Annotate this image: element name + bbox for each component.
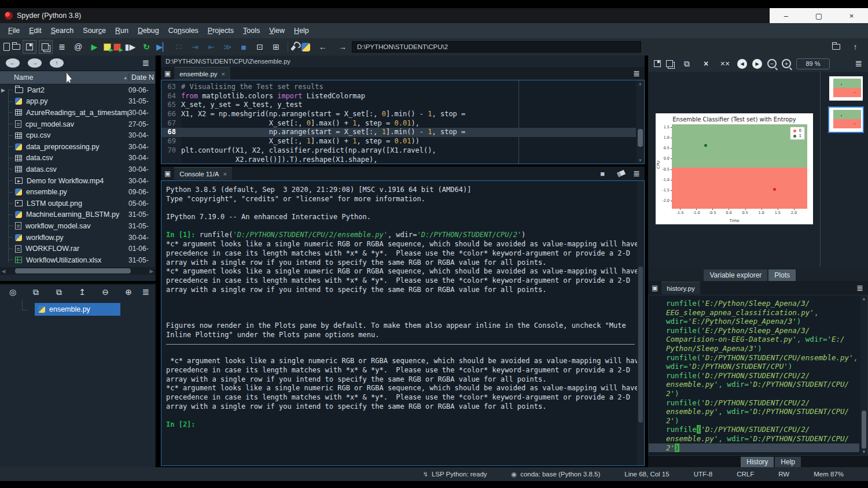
expand-all-icon[interactable]: ⊕: [122, 285, 135, 299]
menu-file[interactable]: File: [3, 24, 24, 37]
parent-directory-icon[interactable]: ↑: [848, 40, 862, 54]
zoom-out-icon[interactable]: −: [767, 59, 777, 68]
copy-plot-icon[interactable]: ⧉: [680, 57, 694, 71]
menu-projects[interactable]: Projects: [203, 24, 238, 37]
scroll-up-icon[interactable]: ▲: [860, 296, 867, 301]
file-row[interactable]: cpu.csv30-04-: [0, 130, 155, 141]
restore-button[interactable]: ▢: [807, 12, 830, 20]
file-row[interactable]: WorkflowUtilization.xlsx31-05-: [0, 254, 155, 266]
file-row[interactable]: data_preprocessing.py30-04-: [0, 141, 155, 153]
file-switcher-icon[interactable]: ≣: [55, 40, 69, 54]
plot-thumbnail-1[interactable]: [829, 76, 863, 101]
files-horizontal-scrollbar[interactable]: ◀ ▶: [0, 267, 155, 275]
editor-options-menu-icon[interactable]: ≣: [633, 69, 640, 78]
new-file-icon[interactable]: [3, 43, 10, 51]
editor-scrollbar[interactable]: ▲ ▼: [637, 80, 644, 164]
close-tab-icon[interactable]: ×: [222, 71, 225, 77]
scrollbar-thumb[interactable]: [862, 411, 866, 449]
expander-icon[interactable]: ▶: [1, 87, 5, 93]
tab-console-11a[interactable]: Console 11/A ×: [174, 167, 232, 180]
run-cell-advance-icon[interactable]: [113, 43, 121, 51]
duplicate-icon[interactable]: ⧉: [52, 285, 66, 299]
open-directory-icon[interactable]: [832, 44, 840, 50]
outline-item-ensemble[interactable]: ensemble.py: [35, 303, 120, 316]
history-options-menu-icon[interactable]: ≣: [856, 283, 863, 293]
new-window-icon[interactable]: ⊡: [253, 40, 267, 54]
back-icon[interactable]: ←: [316, 40, 330, 54]
file-row[interactable]: ensemble.py09-06-: [0, 186, 155, 198]
plots-options-menu-icon[interactable]: ≣: [855, 58, 862, 69]
remove-plot-icon[interactable]: ×: [699, 57, 713, 71]
tab-plots[interactable]: Plots: [768, 269, 796, 281]
menu-debug[interactable]: Debug: [133, 24, 164, 37]
save-all-plots-icon[interactable]: [666, 60, 673, 67]
debug-file-icon[interactable]: ▶▏: [156, 40, 170, 54]
next-folder-icon[interactable]: →: [28, 58, 42, 68]
close-button[interactable]: ×: [840, 12, 863, 20]
go-up-icon[interactable]: ↥: [75, 285, 89, 299]
file-row[interactable]: data.csv30-04-: [0, 153, 155, 164]
tab-history[interactable]: History: [741, 457, 774, 467]
go-to-cursor-icon[interactable]: ◎: [6, 285, 20, 299]
console-scrollbar[interactable]: [637, 181, 644, 465]
history-scrollbar[interactable]: ▲ ▼: [860, 295, 867, 455]
menu-help[interactable]: Help: [289, 24, 314, 37]
step-return-icon[interactable]: ⇤: [204, 40, 218, 54]
zoom-in-icon[interactable]: +: [782, 59, 791, 68]
file-row[interactable]: ▶Part209-06-: [0, 84, 155, 96]
scroll-right-icon[interactable]: ▶: [148, 268, 155, 274]
stop-debug-icon[interactable]: ■: [237, 40, 251, 54]
console-body[interactable]: Python 3.8.5 (default, Sep 3 2020, 21:29…: [161, 180, 645, 466]
file-row[interactable]: ▶Demo for Workflow.mp430-04-: [0, 175, 155, 187]
menu-view[interactable]: View: [264, 24, 289, 37]
menu-edit[interactable]: Edit: [24, 24, 46, 37]
working-directory-input[interactable]: [352, 41, 641, 53]
tab-ensemble-py[interactable]: ensemble.py ×: [174, 67, 230, 80]
step-into-icon[interactable]: ⇥: [188, 40, 202, 54]
collapse-all-icon[interactable]: ⊖: [98, 285, 112, 299]
column-header-name[interactable]: Name: [0, 73, 124, 82]
run-selection-icon[interactable]: ▮▶: [123, 40, 137, 54]
file-row[interactable]: LSTM output.png05-06-: [0, 198, 155, 209]
outline-options-menu-icon[interactable]: ≣: [142, 287, 149, 297]
tab-help[interactable]: Help: [775, 457, 801, 467]
preferences-wrench-icon[interactable]: [290, 43, 298, 51]
menu-source[interactable]: Source: [78, 24, 111, 37]
copy-icon[interactable]: ⧉: [29, 285, 43, 299]
file-row[interactable]: WORKFLOW.rar01-06-: [0, 243, 155, 254]
python-env-icon[interactable]: [301, 43, 310, 51]
scroll-up-icon[interactable]: ▲: [637, 81, 644, 86]
menu-run[interactable]: Run: [111, 24, 133, 37]
file-row[interactable]: cpu_model.sav27-05-: [0, 119, 155, 130]
restart-kernel-icon[interactable]: ↻: [139, 40, 153, 54]
parent-folder-icon[interactable]: ↑: [50, 58, 64, 68]
clear-console-icon[interactable]: [617, 170, 626, 178]
console-options-menu-icon[interactable]: ≣: [633, 169, 640, 178]
menu-search[interactable]: Search: [46, 24, 79, 37]
file-row[interactable]: datas.csv30-04-: [0, 164, 155, 175]
save-all-icon[interactable]: [39, 40, 53, 54]
tab-variable-explorer[interactable]: Variable explorer: [704, 269, 767, 281]
scroll-down-icon[interactable]: ▼: [637, 158, 644, 163]
file-row[interactable]: MachineLearning_BLSTM.py31-05-: [0, 209, 155, 221]
scroll-left-icon[interactable]: ◀: [0, 268, 7, 274]
menu-consoles[interactable]: Consoles: [164, 24, 203, 37]
save-plot-icon[interactable]: [654, 60, 661, 67]
browse-tabs-icon[interactable]: ▣: [164, 169, 171, 178]
step-over-icon[interactable]: ∷: [172, 40, 186, 54]
run-cell-icon[interactable]: [104, 43, 111, 51]
scroll-down-icon[interactable]: ▼: [860, 449, 867, 454]
open-file-icon[interactable]: [12, 44, 20, 50]
previous-folder-icon[interactable]: ←: [6, 58, 20, 68]
close-tab-icon[interactable]: ×: [223, 171, 227, 178]
run-file-icon[interactable]: ▶: [87, 40, 101, 54]
scrollbar-thumb[interactable]: [638, 129, 643, 147]
scrollbar-thumb[interactable]: [15, 268, 131, 273]
maximize-pane-icon[interactable]: ⊞: [269, 40, 283, 54]
history-log[interactable]: runfile('E:/Python/Sleep_Apena/3/EEG_sle…: [648, 295, 868, 456]
save-file-icon[interactable]: [23, 40, 36, 54]
plot-zoom-level[interactable]: 89 %: [796, 58, 830, 69]
forward-icon[interactable]: →: [336, 40, 350, 54]
remove-all-plots-icon[interactable]: ××: [718, 57, 732, 71]
interrupt-kernel-icon[interactable]: ■: [595, 167, 609, 180]
